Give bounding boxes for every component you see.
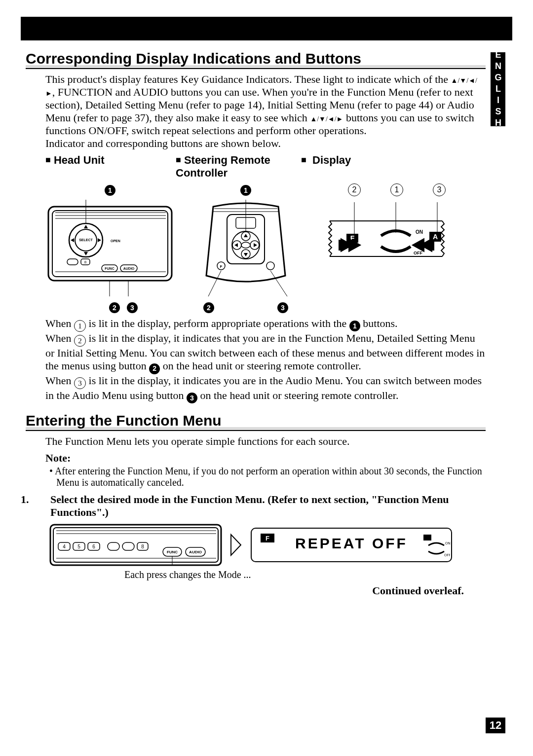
display-svg: F ON A xyxy=(317,201,455,275)
callout-1: 1 xyxy=(105,185,115,196)
svg-rect-69 xyxy=(122,542,134,550)
step1-figure: 4 5 6 8 FUNC AUDIO F REPEAT OFF xyxy=(49,524,486,566)
label-display: ■ Display xyxy=(301,154,351,180)
section1-paragraph1: This product's display features Key Guid… xyxy=(45,73,486,150)
svg-text:8: 8 xyxy=(141,544,144,549)
section2-intro: The Function Menu lets you operate simpl… xyxy=(45,435,486,448)
svg-rect-12 xyxy=(67,259,78,265)
svg-text:F: F xyxy=(220,264,223,269)
svg-text:OFF: OFF xyxy=(444,553,450,557)
svg-text:OFF: OFF xyxy=(414,251,422,255)
open-label: OPEN xyxy=(111,239,120,243)
callout-circle-1: 1 xyxy=(390,183,403,196)
black-header-bar xyxy=(21,17,512,40)
callout-1: 1 xyxy=(240,185,251,196)
display-diagram: 2 1 3 F xyxy=(317,183,455,275)
callout-circle-2: 2 xyxy=(348,183,361,196)
svg-text:6: 6 xyxy=(92,544,95,549)
head-unit-excerpt: 4 5 6 8 FUNC AUDIO xyxy=(49,524,222,566)
step-1: 1.Select the desired mode in the Functio… xyxy=(36,493,486,519)
circle-2: 2 xyxy=(74,335,86,347)
select-label: SELECT xyxy=(79,238,93,242)
svg-point-35 xyxy=(241,242,250,248)
text: This product's display features Key Guid… xyxy=(45,73,451,85)
circle-3: 3 xyxy=(74,377,86,389)
svg-text:ON: ON xyxy=(416,229,423,235)
section1-paragraph2: When 1 is lit in the display, perform ap… xyxy=(45,317,486,403)
circle-1: 1 xyxy=(74,320,86,332)
svg-rect-81 xyxy=(423,535,431,540)
callout-2: 2 xyxy=(109,302,120,313)
note-body: • After entering the Function Menu, if y… xyxy=(56,466,486,488)
diagram-titles-row: ■Head Unit ■Steering Remote Controller ■… xyxy=(45,154,486,180)
language-tab: ENGLISH xyxy=(491,52,505,126)
svg-text:FUNC: FUNC xyxy=(167,550,178,554)
step1-caption: Each press changes the Mode ... xyxy=(124,569,486,580)
arrow-icon xyxy=(229,533,244,557)
note-label: Note: xyxy=(45,452,486,465)
head-unit-svg: SELECT OPEN 8 FUNC AUDIO xyxy=(45,198,175,299)
svg-rect-68 xyxy=(108,542,119,550)
section-heading-2: Entering the Function Menu xyxy=(26,412,486,431)
svg-text:AUDIO: AUDIO xyxy=(123,267,135,270)
arrow-glyphs: ▲/▼/◄/► xyxy=(310,115,343,123)
continued-overleaf: Continued overleaf. xyxy=(26,584,464,597)
section-heading-1: Corresponding Display Indications and Bu… xyxy=(26,50,486,69)
callout-3: 3 xyxy=(127,302,138,313)
svg-text:REPEAT  OFF: REPEAT OFF xyxy=(295,535,408,551)
label-head-unit: ■Head Unit xyxy=(45,154,169,180)
text: Indicator and corresponding buttons are … xyxy=(45,137,281,149)
svg-text:ON: ON xyxy=(445,541,450,545)
callout-circle-3: 3 xyxy=(433,183,446,196)
svg-text:A: A xyxy=(433,233,438,241)
callout-2: 2 xyxy=(203,302,214,313)
page-number: 12 xyxy=(486,718,505,733)
svg-text:4: 4 xyxy=(63,544,66,549)
svg-text:FUNC: FUNC xyxy=(105,267,114,270)
svg-marker-77 xyxy=(231,535,241,555)
black-2: 2 xyxy=(149,363,160,374)
callout-3: 3 xyxy=(277,302,288,313)
black-1: 1 xyxy=(349,321,360,331)
svg-text:5: 5 xyxy=(77,544,80,549)
svg-text:8: 8 xyxy=(84,260,87,264)
svg-text:AUDIO: AUDIO xyxy=(189,550,202,554)
svg-text:F: F xyxy=(266,535,269,542)
head-unit-diagram: 1 SELECT xyxy=(45,183,175,313)
steering-remote-diagram: 1 xyxy=(189,183,303,313)
lcd-box: F REPEAT OFF ON OFF xyxy=(251,528,452,562)
svg-point-38 xyxy=(266,262,274,270)
black-3: 3 xyxy=(187,393,197,403)
label-steering: ■Steering Remote Controller xyxy=(176,154,294,180)
steering-svg: F xyxy=(189,198,303,299)
